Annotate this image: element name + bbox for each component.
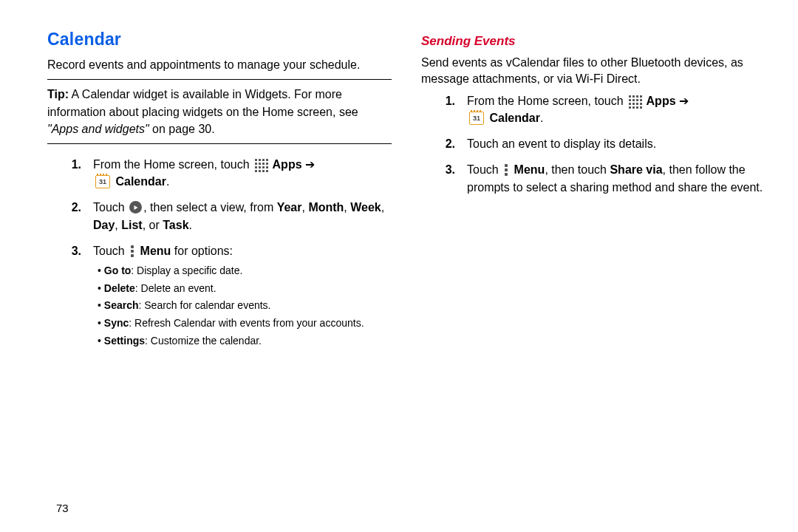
calendar-icon: 31	[469, 112, 484, 125]
calendar-label: Calendar	[489, 112, 539, 124]
calendar-steps: 1. From the Home screen, touch Apps ➔ 31…	[65, 156, 392, 350]
option-label: Delete	[104, 282, 135, 294]
step-item: 1. From the Home screen, touch Apps ➔ 31…	[439, 92, 765, 126]
option-text: : Delete an event.	[135, 282, 216, 294]
step-text: .	[540, 112, 543, 124]
left-column: Calendar Record events and appointments …	[47, 30, 392, 359]
tip-text-1: A Calendar widget is available in Widget…	[47, 88, 358, 117]
view-option: Month	[308, 201, 344, 214]
arrow-text: ➔	[676, 95, 689, 107]
menu-dots-icon	[130, 245, 134, 257]
step-text: Touch	[93, 245, 128, 257]
step-text: .	[166, 175, 169, 188]
step-body: From the Home screen, touch Apps ➔ 31 Ca…	[467, 92, 765, 126]
view-option: Week	[350, 201, 381, 214]
option-label: Settings	[104, 335, 145, 347]
divider	[47, 143, 392, 144]
step-number: 3.	[439, 161, 455, 195]
step-item: 3. Touch Menu for options: • Go to: Disp…	[65, 242, 392, 350]
page-number: 73	[56, 502, 69, 514]
step-text: , then touch	[545, 163, 610, 176]
view-option: Year	[277, 201, 302, 214]
option-label: Search	[104, 299, 139, 311]
step-text: Touch	[467, 163, 502, 176]
step-body: Touch Menu, then touch Share via, then f…	[467, 161, 765, 195]
step-number: 2.	[439, 135, 455, 152]
view-option: Day	[93, 219, 115, 231]
option-text: : Display a specific date.	[131, 265, 242, 276]
list-item: • Settings: Customize the calendar.	[98, 332, 392, 350]
step-text: .	[189, 219, 192, 231]
apps-grid-icon	[629, 95, 641, 107]
calendar-label: Calendar	[115, 175, 166, 188]
step-body: From the Home screen, touch Apps ➔ 31 Ca…	[93, 156, 392, 190]
divider	[47, 79, 392, 80]
arrow-text: ➔	[302, 158, 315, 171]
option-text: : Search for calendar events.	[139, 299, 271, 311]
step-text: From the Home screen, touch	[93, 158, 253, 171]
step-text: for options:	[171, 245, 233, 257]
step-number: 3.	[65, 242, 81, 350]
calendar-icon-day: 31	[96, 176, 109, 188]
share-via-label: Share via	[610, 163, 662, 176]
apps-label: Apps	[273, 158, 302, 171]
tip-label: Tip:	[47, 88, 69, 100]
subheading-sending-events: Sending Events	[421, 34, 765, 49]
calendar-icon-day: 31	[470, 112, 483, 124]
list-item: • Delete: Delete an event.	[98, 280, 392, 298]
tip-text-2: on page 30.	[149, 123, 215, 135]
step-number: 1.	[65, 156, 81, 190]
calendar-intro: Record events and appointments to manage…	[47, 57, 392, 73]
step-item: 3. Touch Menu, then touch Share via, the…	[439, 161, 765, 195]
list-item: • Search: Search for calendar events.	[98, 297, 392, 315]
option-label: Sync	[104, 317, 129, 329]
step-text: From the Home screen, touch	[467, 95, 627, 107]
option-text: : Refresh Calendar with events from your…	[129, 317, 364, 329]
sending-events-steps: 1. From the Home screen, touch Apps ➔ 31…	[439, 92, 765, 196]
option-text: : Customize the calendar.	[145, 335, 262, 347]
menu-options-list: • Go to: Display a specific date. • Dele…	[98, 262, 392, 350]
step-item: 2. Touch an event to display its details…	[439, 135, 765, 152]
step-number: 2.	[65, 199, 81, 233]
step-body: Touch Menu for options: • Go to: Display…	[93, 242, 392, 350]
two-column-layout: Calendar Record events and appointments …	[47, 30, 765, 359]
menu-label: Menu	[514, 163, 545, 176]
step-body: Touch , then select a view, from Year, M…	[93, 199, 392, 233]
step-text: Touch	[93, 201, 128, 214]
manual-page: Calendar Record events and appointments …	[0, 0, 798, 532]
apps-label: Apps	[647, 95, 676, 107]
step-body: Touch an event to display its details.	[467, 135, 765, 152]
view-option: Task	[163, 219, 188, 231]
option-label: Go to	[104, 265, 132, 276]
tip-quote: "Apps and widgets"	[47, 123, 149, 135]
calendar-icon: 31	[95, 175, 110, 188]
list-item: • Sync: Refresh Calendar with events fro…	[98, 315, 392, 332]
step-item: 1. From the Home screen, touch Apps ➔ 31…	[65, 156, 392, 190]
sending-events-intro: Send events as vCalendar files to other …	[421, 55, 765, 88]
step-item: 2. Touch , then select a view, from Year…	[65, 199, 392, 233]
menu-dots-icon	[504, 164, 508, 176]
tip-block: Tip: A Calendar widget is available in W…	[47, 86, 392, 137]
apps-grid-icon	[255, 159, 267, 171]
list-item: • Go to: Display a specific date.	[98, 262, 392, 280]
section-heading-calendar: Calendar	[47, 30, 392, 50]
menu-label: Menu	[140, 245, 171, 257]
right-column: Sending Events Send events as vCalendar …	[421, 30, 765, 359]
view-option: List	[121, 219, 142, 231]
step-number: 1.	[439, 92, 455, 126]
step-text: , then select a view, from	[143, 201, 277, 214]
dropdown-arrow-icon	[129, 201, 142, 214]
